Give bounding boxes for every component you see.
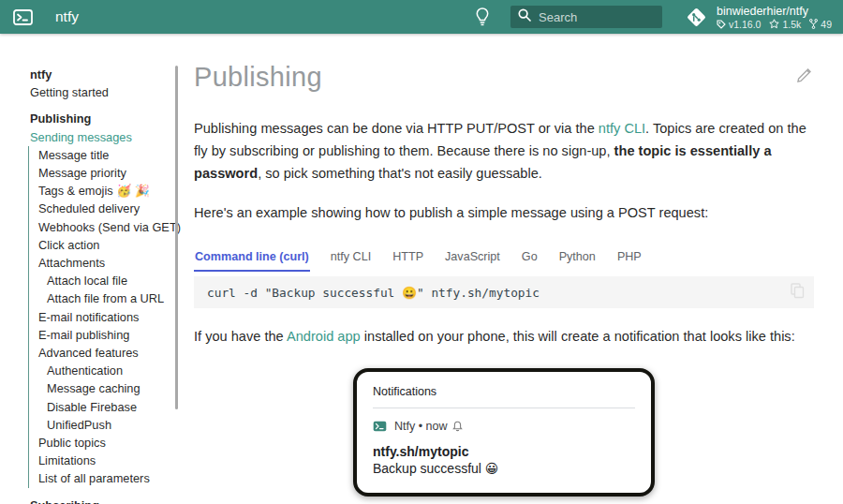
repo-name: binwiederhier/ntfy <box>717 5 832 18</box>
repo-forks: 49 <box>809 19 832 30</box>
sidebar-item-sending-messages[interactable]: Sending messages <box>0 128 178 146</box>
tab-command-line-curl[interactable]: Command line (curl) <box>194 245 310 272</box>
star-icon <box>769 19 779 29</box>
sidebar-item-attach-local-file[interactable]: Attach local file <box>28 272 178 289</box>
tab-python[interactable]: Python <box>558 245 597 272</box>
sidebar-item-authentication[interactable]: Authentication <box>28 362 178 379</box>
tab-go[interactable]: Go <box>521 245 539 272</box>
sidebar-scrollbar[interactable] <box>175 66 178 409</box>
sidebar-nav: ntfyGetting startedPublishingSending mes… <box>0 34 178 504</box>
sidebar-item-public-topics[interactable]: Public topics <box>28 434 178 452</box>
repo-stars: 1.5k <box>769 19 801 30</box>
sidebar-item-message-title[interactable]: Message title <box>28 146 178 164</box>
ntfy-mini-logo-icon <box>373 421 387 432</box>
sidebar-item-e-mail-notifications[interactable]: E-mail notifications <box>28 308 178 326</box>
text: , so pick something that's not easily gu… <box>258 166 542 181</box>
repo-stats: v1.16.0 1.5k 49 <box>717 19 832 30</box>
text-link[interactable]: ntfy CLI <box>599 121 645 136</box>
app-title: ntfy <box>55 8 79 25</box>
ntfy-logo-icon[interactable] <box>13 9 33 25</box>
sidebar-item-publishing: Publishing <box>0 110 178 127</box>
sidebar-item-getting-started[interactable]: Getting started <box>0 83 178 101</box>
copy-icon[interactable] <box>791 283 805 299</box>
tab-php[interactable]: PHP <box>616 245 643 272</box>
search-input[interactable] <box>539 10 642 24</box>
notification-body: Backup successful 😀 <box>373 461 635 476</box>
text: Publishing messages can be done via HTTP… <box>194 121 599 136</box>
sidebar-item-subscribing: Subscribing <box>0 497 178 504</box>
bell-icon <box>452 421 463 432</box>
git-icon <box>685 6 708 29</box>
code-tabs: Command line (curl)ntfy CLIHTTPJavaScrip… <box>194 245 814 272</box>
page-title: Publishing <box>194 62 814 93</box>
sidebar-item-webhooks-send-via-get[interactable]: Webhooks (Send via GET) <box>28 218 178 236</box>
text-link[interactable]: Android app <box>287 329 361 344</box>
code-block: curl -d "Backup successful 😀" ntfy.sh/my… <box>194 276 814 308</box>
sidebar-item-message-caching[interactable]: Message caching <box>28 379 178 397</box>
notifications-header: Notifications <box>373 382 635 408</box>
sidebar-item-attach-file-from-a-url[interactable]: Attach file from a URL <box>28 289 178 307</box>
android-paragraph: If you have the Android app installed on… <box>194 325 814 348</box>
theme-toggle-lightbulb-icon[interactable] <box>475 7 494 26</box>
tab-javascript[interactable]: JavaScript <box>444 245 501 272</box>
android-notification-figure: Notifications Ntfy • now nt <box>194 368 814 504</box>
text: installed on your phone, this will creat… <box>361 329 795 344</box>
sidebar-item-list-of-all-parameters[interactable]: List of all parameters <box>28 469 178 487</box>
edit-page-icon[interactable] <box>796 67 812 83</box>
sidebar-item-advanced-features[interactable]: Advanced features <box>28 344 178 362</box>
main-content: Publishing Publishing messages can be do… <box>194 34 814 504</box>
app-header: ntfy <box>0 0 843 34</box>
sidebar-item-attachments[interactable]: Attachments <box>28 254 178 272</box>
search-box[interactable] <box>510 6 662 28</box>
notification-title: ntfy.sh/mytopic <box>373 444 635 459</box>
sidebar-item-message-priority[interactable]: Message priority <box>28 164 178 182</box>
tab-http[interactable]: HTTP <box>392 245 424 272</box>
fork-icon <box>809 19 818 29</box>
intro-paragraph: Publishing messages can be done via HTTP… <box>194 117 814 185</box>
text: If you have the <box>194 329 287 344</box>
sidebar-item-click-action[interactable]: Click action <box>28 236 178 254</box>
notification-app-line: Ntfy • now <box>394 420 447 433</box>
code-text: curl -d "Backup successful 😀" ntfy.sh/my… <box>207 286 540 300</box>
sidebar-item-limitations[interactable]: Limitations <box>28 452 178 469</box>
tag-icon <box>717 20 726 29</box>
sidebar-item-scheduled-delivery[interactable]: Scheduled delivery <box>28 200 178 217</box>
search-icon <box>518 8 531 25</box>
sidebar-item-disable-firebase[interactable]: Disable Firebase <box>28 398 178 416</box>
repo-version: v1.16.0 <box>717 19 761 30</box>
sidebar-item-unifiedpush[interactable]: UnifiedPush <box>28 416 178 434</box>
repo-link[interactable]: binwiederhier/ntfy v1.16.0 1.5k 49 <box>685 5 832 30</box>
notification-screenshot: Notifications Ntfy • now nt <box>353 368 655 497</box>
sidebar-item-ntfy[interactable]: ntfy <box>0 66 178 83</box>
example-intro: Here's an example showing how to publish… <box>194 201 814 224</box>
tab-ntfy-cli[interactable]: ntfy CLI <box>330 245 372 272</box>
sidebar-item-e-mail-publishing[interactable]: E-mail publishing <box>28 326 178 344</box>
sidebar-item-tags-emojis[interactable]: Tags & emojis 🥳 🎉 <box>28 182 178 200</box>
